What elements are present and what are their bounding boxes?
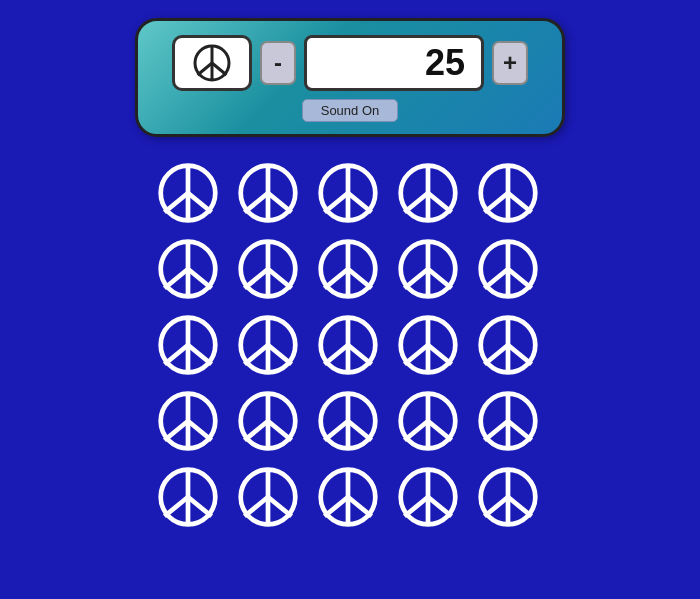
controls-row: - 25 + — [158, 35, 542, 91]
svg-line-58 — [404, 345, 428, 364]
control-panel: - 25 + Sound On — [135, 18, 565, 137]
svg-line-47 — [188, 345, 212, 364]
svg-line-15 — [348, 193, 372, 212]
peace-symbol-icon — [316, 237, 380, 301]
peace-grid-item — [234, 159, 302, 227]
peace-symbol-icon — [476, 389, 540, 453]
peace-symbol-icon — [236, 465, 300, 529]
svg-line-79 — [428, 421, 452, 440]
peace-symbol-icon — [156, 237, 220, 301]
peace-grid-item — [154, 387, 222, 455]
peace-symbol-icon — [236, 161, 300, 225]
svg-line-38 — [404, 269, 428, 288]
peace-symbol-icon — [156, 161, 220, 225]
svg-line-75 — [348, 421, 372, 440]
svg-line-35 — [348, 269, 372, 288]
svg-line-87 — [188, 497, 212, 516]
svg-line-31 — [268, 269, 292, 288]
peace-grid-item — [394, 387, 462, 455]
peace-grid-item — [474, 463, 542, 531]
peace-symbol-display — [172, 35, 252, 91]
svg-line-42 — [484, 269, 508, 288]
svg-line-66 — [164, 421, 188, 440]
svg-line-82 — [484, 421, 508, 440]
svg-line-102 — [484, 497, 508, 516]
minus-button[interactable]: - — [260, 41, 296, 85]
svg-line-18 — [404, 193, 428, 212]
peace-grid-item — [154, 159, 222, 227]
svg-line-59 — [428, 345, 452, 364]
peace-grid-item — [154, 235, 222, 303]
svg-line-22 — [484, 193, 508, 212]
svg-line-54 — [324, 345, 348, 364]
peace-grid-item — [474, 387, 542, 455]
svg-line-7 — [188, 193, 212, 212]
svg-line-30 — [244, 269, 268, 288]
svg-line-90 — [244, 497, 268, 516]
peace-symbol-icon — [316, 389, 380, 453]
peace-grid-item — [474, 311, 542, 379]
peace-grid-item — [394, 463, 462, 531]
peace-grid-item — [314, 463, 382, 531]
peace-grid — [154, 159, 546, 535]
svg-line-62 — [484, 345, 508, 364]
svg-line-34 — [324, 269, 348, 288]
peace-grid-item — [314, 311, 382, 379]
svg-line-43 — [508, 269, 532, 288]
peace-grid-item — [314, 235, 382, 303]
peace-symbol-icon — [476, 161, 540, 225]
peace-grid-item — [394, 235, 462, 303]
svg-line-99 — [428, 497, 452, 516]
peace-grid-item — [234, 311, 302, 379]
peace-symbol-icon — [156, 389, 220, 453]
peace-icon-small — [192, 43, 232, 83]
peace-symbol-icon — [236, 389, 300, 453]
svg-line-63 — [508, 345, 532, 364]
peace-grid-item — [234, 387, 302, 455]
peace-grid-item — [394, 159, 462, 227]
peace-symbol-icon — [396, 237, 460, 301]
peace-symbol-icon — [476, 465, 540, 529]
svg-line-10 — [244, 193, 268, 212]
peace-symbol-icon — [156, 313, 220, 377]
sound-toggle-button[interactable]: Sound On — [302, 99, 399, 122]
svg-line-50 — [244, 345, 268, 364]
peace-grid-item — [314, 387, 382, 455]
svg-line-70 — [244, 421, 268, 440]
peace-symbol-icon — [396, 313, 460, 377]
svg-line-55 — [348, 345, 372, 364]
peace-grid-item — [474, 235, 542, 303]
peace-grid-item — [234, 235, 302, 303]
svg-line-6 — [164, 193, 188, 212]
svg-line-27 — [188, 269, 212, 288]
svg-line-11 — [268, 193, 292, 212]
svg-line-91 — [268, 497, 292, 516]
count-value: 25 — [425, 42, 465, 84]
peace-symbol-icon — [476, 237, 540, 301]
svg-line-83 — [508, 421, 532, 440]
peace-symbol-icon — [316, 465, 380, 529]
svg-line-98 — [404, 497, 428, 516]
svg-line-46 — [164, 345, 188, 364]
peace-grid-item — [314, 159, 382, 227]
count-display: 25 — [304, 35, 484, 91]
svg-line-86 — [164, 497, 188, 516]
plus-button[interactable]: + — [492, 41, 528, 85]
svg-line-78 — [404, 421, 428, 440]
svg-line-71 — [268, 421, 292, 440]
svg-line-23 — [508, 193, 532, 212]
svg-line-95 — [348, 497, 372, 516]
peace-grid-item — [154, 463, 222, 531]
peace-symbol-icon — [476, 313, 540, 377]
svg-line-103 — [508, 497, 532, 516]
peace-grid-item — [394, 311, 462, 379]
peace-symbol-icon — [316, 313, 380, 377]
peace-grid-item — [154, 311, 222, 379]
svg-line-94 — [324, 497, 348, 516]
svg-line-26 — [164, 269, 188, 288]
svg-line-14 — [324, 193, 348, 212]
svg-line-67 — [188, 421, 212, 440]
peace-grid-item — [474, 159, 542, 227]
peace-symbol-icon — [316, 161, 380, 225]
peace-symbol-icon — [236, 237, 300, 301]
